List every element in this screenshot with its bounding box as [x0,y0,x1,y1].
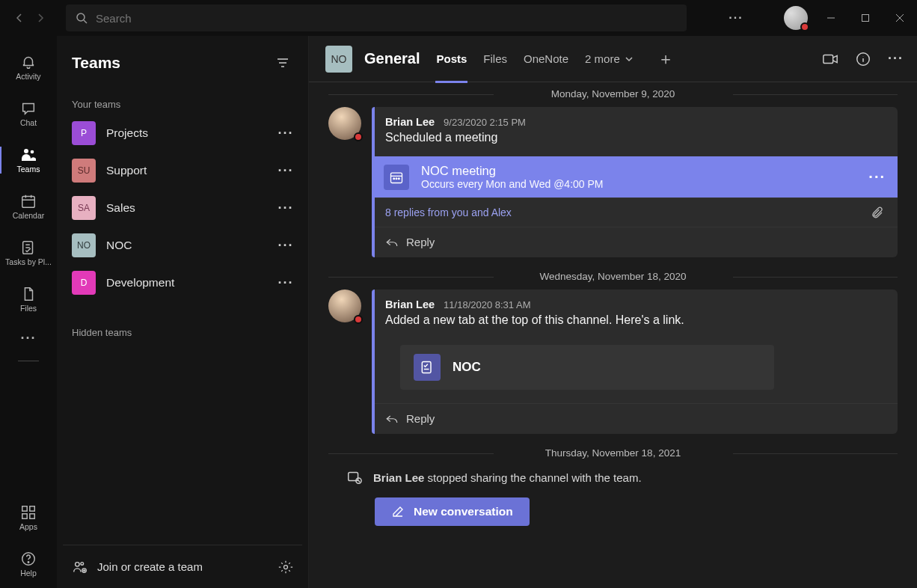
message-item: Brian Lee 9/23/2020 2:15 PM Scheduled a … [328,107,898,257]
system-message: Brian Lee stopped sharing the channel wi… [328,465,898,486]
titlebar-more-button[interactable]: ··· [721,0,751,36]
svg-point-20 [396,177,397,179]
rail-more[interactable]: ··· [0,325,57,352]
team-row-support[interactable]: SU Support ··· [63,152,302,189]
author-avatar[interactable] [328,107,361,140]
tab-more-label: 2 more [585,52,620,65]
search-icon [75,11,88,25]
meeting-more-button[interactable]: ··· [868,168,886,186]
nav-forward-button[interactable] [30,7,51,28]
channel-name: General [364,50,420,67]
rail-tasks[interactable]: Tasks by Pl... [0,232,57,274]
window-close-button[interactable] [883,0,917,36]
replies-link[interactable]: 8 replies from you and Alex [385,206,512,218]
window-minimize-button[interactable] [814,0,848,36]
team-more-button[interactable]: ··· [278,163,293,179]
svg-rect-9 [30,514,34,518]
svg-point-21 [399,177,400,179]
new-conversation-button[interactable]: New conversation [375,497,530,526]
message-author: Brian Lee [385,116,435,128]
filter-icon [276,56,289,70]
meeting-card[interactable]: NOC meeting Occurs every Mon and Wed @4:… [372,156,898,197]
channel-more-button[interactable]: ··· [888,51,904,67]
chevron-down-icon [625,55,634,64]
svg-rect-16 [824,55,833,63]
nav-back-button[interactable] [9,7,30,28]
reply-button[interactable]: Reply [372,227,898,257]
team-name: Projects [106,126,268,140]
message-card[interactable]: Brian Lee 9/23/2020 2:15 PM Scheduled a … [372,107,898,257]
group-your-teams[interactable]: Your teams [63,93,302,114]
window-maximize-button[interactable] [848,0,883,36]
message-feed[interactable]: Monday, November 9, 2020 Brian Lee 9/23/… [309,82,917,588]
tab-files[interactable]: Files [483,36,507,82]
tab-link-card[interactable]: NOC [400,345,774,390]
rail-label: Tasks by Pl... [5,257,52,266]
join-create-team-button[interactable]: Join or create a team [97,560,269,573]
rail-chat[interactable]: Chat [0,93,57,135]
team-more-button[interactable]: ··· [278,200,293,216]
date-separator: Thursday, November 18, 2021 [328,447,898,459]
rail-teams[interactable]: Teams [0,139,57,181]
presence-busy-icon [354,315,363,324]
team-row-projects[interactable]: P Projects ··· [63,114,302,152]
team-row-development[interactable]: D Development ··· [63,264,302,301]
rail-label: Calendar [13,211,45,220]
svg-rect-1 [862,15,869,22]
svg-point-0 [77,13,85,21]
message-item: Brian Lee 11/18/2020 8:31 AM Added a new… [328,290,898,434]
rail-label: Apps [19,522,37,531]
join-team-icon [72,559,88,575]
calendar-icon [20,193,37,209]
rail-help[interactable]: Help [0,543,57,585]
team-more-button[interactable]: ··· [278,275,293,291]
rail-activity[interactable]: Activity [0,46,57,88]
team-row-noc[interactable]: NO NOC ··· [63,227,302,264]
app-rail: Activity Chat Teams Calendar Tasks by Pl… [0,36,57,588]
user-avatar[interactable] [784,6,808,30]
attachment-icon[interactable] [871,206,884,219]
reply-button[interactable]: Reply [372,403,898,434]
tab-more[interactable]: 2 more [585,52,634,65]
compose-icon [391,505,405,518]
system-text: stopped sharing the channel with the tea… [424,471,641,484]
teams-icon [19,147,37,163]
rail-calendar[interactable]: Calendar [0,186,57,227]
meeting-recurrence: Occurs every Mon and Wed @4:00 PM [421,178,856,190]
sidebar-title: Teams [72,54,120,72]
svg-point-3 [31,150,34,154]
tab-posts[interactable]: Posts [436,36,467,82]
presence-busy-icon [354,132,363,141]
reply-icon [385,235,399,248]
message-time: 11/18/2020 8:31 AM [444,299,530,310]
search-input[interactable] [96,12,678,25]
team-row-sales[interactable]: SA Sales ··· [63,189,302,227]
svg-rect-6 [22,506,27,511]
rail-label: Help [20,569,37,578]
tab-onenote[interactable]: OneNote [524,36,568,82]
add-tab-button[interactable]: ＋ [654,48,677,70]
presence-busy-icon [800,22,809,31]
svg-point-12 [76,562,80,566]
team-more-button[interactable]: ··· [278,126,293,141]
apps-icon [20,504,37,521]
settings-icon[interactable] [278,560,293,575]
author-avatar[interactable] [328,290,361,322]
message-body: Added a new tab at the top of this chann… [372,312,898,336]
group-hidden-teams[interactable]: Hidden teams [63,321,302,343]
team-more-button[interactable]: ··· [278,238,293,254]
message-card[interactable]: Brian Lee 11/18/2020 8:31 AM Added a new… [372,290,898,434]
rail-label: Teams [17,165,40,174]
bell-icon [20,54,37,70]
planner-icon [414,354,441,381]
rail-label: Files [20,304,37,313]
svg-point-13 [81,562,84,565]
info-icon[interactable] [855,51,871,67]
filter-button[interactable] [271,51,295,75]
meet-camera-icon[interactable] [822,51,838,67]
rail-apps[interactable]: Apps [0,497,57,539]
team-tile: SA [72,196,96,220]
search-box[interactable] [66,4,687,31]
rail-label: Activity [16,72,40,81]
rail-files[interactable]: Files [0,278,57,320]
